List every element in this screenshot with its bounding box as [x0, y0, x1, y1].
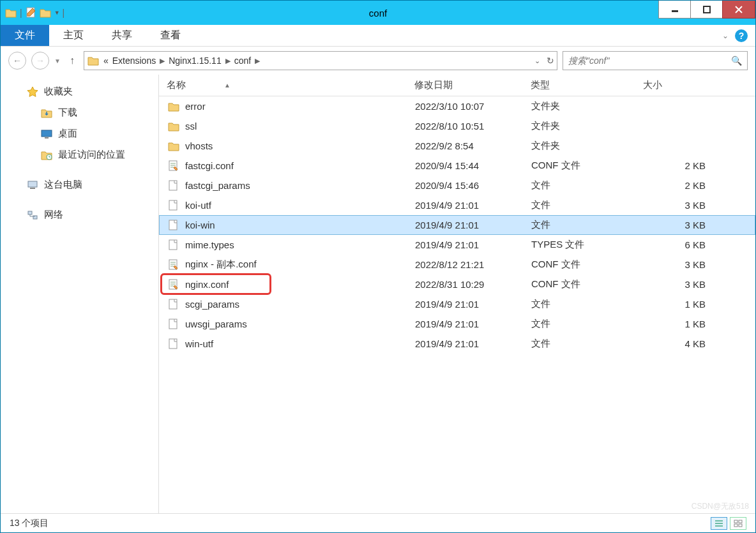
svg-rect-1 — [672, 10, 678, 12]
address-dropdown-icon[interactable]: ⌄ — [534, 57, 540, 65]
tab-view[interactable]: 查看 — [146, 25, 195, 46]
search-icon[interactable]: 🔍 — [731, 56, 742, 66]
chevron-right-icon[interactable]: ▶ — [255, 57, 260, 65]
file-row[interactable]: win-utf2019/4/9 21:01文件4 KB — [159, 334, 755, 354]
file-icon — [167, 338, 180, 350]
sidebar-network[interactable]: 网络 — [1, 204, 158, 225]
file-row[interactable]: nginx - 副本.conf2022/8/12 21:21CONF 文件3 K… — [159, 255, 755, 274]
folder-icon[interactable] — [39, 6, 52, 19]
back-button[interactable]: ← — [8, 52, 26, 70]
content-area: 收藏夹 下载 桌面 最近访问的位置 这台电脑 网络 名称▲ 修改日期 类型 — [1, 75, 755, 513]
window-title: conf — [369, 8, 387, 19]
sidebar-label: 桌面 — [58, 128, 77, 140]
breadcrumb-item[interactable]: Nginx1.15.11 — [169, 56, 222, 66]
file-name: mime.types — [185, 239, 234, 250]
file-row[interactable]: uwsgi_params2019/4/9 21:01文件1 KB — [159, 314, 755, 334]
chevron-right-icon[interactable]: ▶ — [225, 57, 231, 65]
file-row[interactable]: koi-utf2019/4/9 21:01文件3 KB — [159, 195, 755, 215]
search-box[interactable]: 🔍 — [563, 51, 748, 70]
chevron-right-icon[interactable]: ▶ — [160, 57, 165, 65]
file-type: 文件夹 — [524, 100, 636, 112]
file-name: win-utf — [185, 338, 213, 349]
svg-rect-11 — [169, 181, 177, 190]
window-controls — [658, 1, 755, 25]
titlebar: | ▼ | conf — [1, 1, 755, 25]
sidebar-recent[interactable]: 最近访问的位置 — [1, 144, 158, 165]
file-size: 6 KB — [636, 239, 719, 250]
file-date: 2019/4/9 21:01 — [407, 319, 524, 329]
tab-file[interactable]: 文件 — [1, 25, 49, 46]
file-name: uwsgi_params — [185, 319, 247, 329]
file-type: CONF 文件 — [524, 278, 636, 290]
sidebar-thispc[interactable]: 这台电脑 — [1, 174, 158, 195]
file-row[interactable]: mime.types2019/4/9 21:01TYPES 文件6 KB — [159, 235, 755, 255]
file-type: 文件 — [524, 219, 636, 231]
file-type: 文件夹 — [524, 140, 636, 152]
file-icon — [167, 259, 180, 271]
breadcrumb-item[interactable]: conf — [234, 56, 251, 66]
help-icon[interactable]: ? — [735, 29, 748, 42]
address-folder-icon — [87, 55, 100, 66]
sidebar-downloads[interactable]: 下载 — [1, 102, 158, 123]
file-row[interactable]: ssl2022/8/10 10:51文件夹 — [159, 116, 755, 136]
sidebar-label: 下载 — [58, 107, 77, 119]
file-type: 文件 — [524, 338, 636, 350]
status-bar: 13 个项目 — [1, 513, 755, 532]
file-icon — [167, 200, 180, 211]
file-date: 2022/8/10 10:51 — [407, 121, 524, 131]
column-type[interactable]: 类型 — [523, 75, 635, 96]
breadcrumb-item[interactable]: Extensions — [112, 56, 156, 66]
maximize-button[interactable] — [690, 1, 722, 19]
file-date: 2019/4/9 21:01 — [407, 239, 524, 250]
file-row[interactable]: koi-win2019/4/9 21:01文件3 KB — [159, 215, 755, 235]
file-date: 2020/9/4 15:44 — [407, 160, 524, 171]
star-icon — [26, 86, 39, 98]
column-date[interactable]: 修改日期 — [407, 75, 523, 96]
file-icon — [167, 239, 180, 251]
column-name[interactable]: 名称▲ — [159, 75, 407, 96]
sidebar-label: 最近访问的位置 — [58, 149, 125, 161]
up-button[interactable]: ↑ — [66, 55, 79, 66]
tab-home[interactable]: 主页 — [49, 25, 98, 46]
sort-indicator-icon: ▲ — [224, 82, 231, 89]
file-row[interactable]: scgi_params2019/4/9 21:01文件1 KB — [159, 294, 755, 314]
file-size: 2 KB — [636, 180, 719, 191]
column-size[interactable]: 大小 — [635, 75, 718, 96]
app-icon — [4, 6, 17, 19]
minimize-button[interactable] — [658, 1, 690, 19]
file-row[interactable]: fastcgi.conf2020/9/4 15:44CONF 文件2 KB — [159, 156, 755, 176]
tab-share[interactable]: 共享 — [98, 25, 146, 46]
file-size: 2 KB — [636, 160, 719, 171]
file-row[interactable]: nginx.conf2022/8/31 10:29CONF 文件3 KB — [159, 274, 755, 294]
search-input[interactable] — [568, 56, 731, 66]
view-icons-button[interactable] — [730, 517, 746, 530]
breadcrumb-prefix: « — [103, 56, 109, 66]
close-button[interactable] — [722, 1, 755, 19]
file-row[interactable]: vhosts2022/9/2 8:54文件夹 — [159, 136, 755, 156]
network-icon — [26, 209, 39, 221]
properties-icon[interactable] — [25, 6, 38, 19]
file-icon — [167, 319, 180, 330]
file-row[interactable]: error2022/3/10 10:07文件夹 — [159, 96, 755, 116]
file-type: 文件 — [524, 318, 636, 330]
svg-rect-4 — [45, 137, 49, 139]
file-icon — [167, 140, 180, 152]
refresh-icon[interactable]: ↻ — [547, 56, 554, 66]
file-date: 2022/8/12 21:21 — [407, 259, 524, 270]
qat-dropdown[interactable]: ▼ — [54, 10, 60, 16]
address-bar[interactable]: « Extensions ▶ Nginx1.15.11 ▶ conf ▶ ⌄ ↻ — [84, 51, 557, 70]
sidebar-label: 网络 — [44, 209, 63, 221]
sidebar-desktop[interactable]: 桌面 — [1, 123, 158, 144]
file-name: ssl — [185, 121, 197, 131]
view-details-button[interactable] — [711, 517, 727, 530]
ribbon-expand-icon[interactable]: ⌄ — [722, 31, 729, 40]
forward-button[interactable]: → — [31, 52, 49, 70]
sidebar-favorites[interactable]: 收藏夹 — [1, 81, 158, 102]
file-icon — [167, 279, 180, 290]
svg-rect-6 — [28, 181, 37, 187]
file-row[interactable]: fastcgi_params2020/9/4 15:46文件2 KB — [159, 176, 755, 195]
history-dropdown[interactable]: ▼ — [54, 57, 61, 64]
svg-rect-13 — [169, 220, 177, 230]
svg-rect-2 — [704, 6, 710, 13]
separator: | — [63, 8, 65, 18]
